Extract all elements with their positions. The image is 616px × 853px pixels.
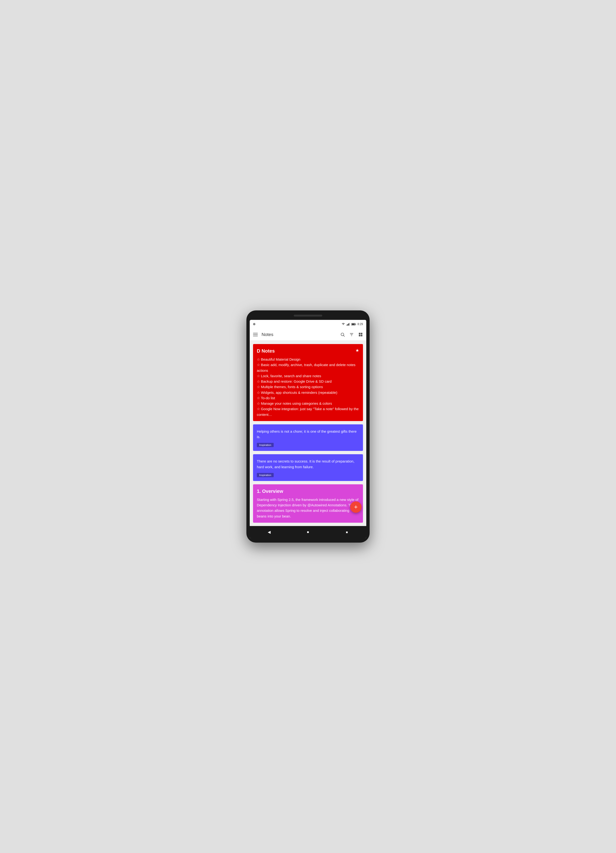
status-right: 8:29 bbox=[341, 322, 363, 326]
recents-button[interactable]: ■ bbox=[344, 530, 349, 535]
device-frame: 8:29 Notes bbox=[246, 310, 370, 543]
note-title: 1. Overview bbox=[257, 489, 359, 494]
note-card-inspiration1[interactable]: Helping others is not a chore; it is one… bbox=[253, 424, 363, 451]
svg-rect-15 bbox=[361, 335, 363, 336]
svg-rect-3 bbox=[349, 323, 350, 326]
note-card-inspiration2[interactable]: There are no secrets to success. It is t… bbox=[253, 454, 363, 481]
filter-button[interactable] bbox=[349, 332, 354, 337]
note-body: ☆ Beautiful Material Design ☆ Basic add,… bbox=[257, 357, 359, 417]
time-display: 8:29 bbox=[358, 322, 363, 326]
note-body: Starting with Spring 2.5, the framework … bbox=[257, 497, 359, 519]
app-toolbar: Notes bbox=[250, 328, 366, 341]
app-title: Notes bbox=[262, 332, 273, 337]
wifi-icon bbox=[341, 323, 345, 326]
status-left bbox=[253, 323, 255, 325]
battery-icon bbox=[351, 323, 356, 326]
signal-icon bbox=[347, 323, 350, 326]
note-tag: Inspiration bbox=[257, 473, 274, 477]
svg-rect-2 bbox=[349, 323, 349, 326]
grid-view-button[interactable] bbox=[358, 332, 363, 337]
back-button[interactable]: ◀ bbox=[267, 530, 272, 535]
note-title: D Notes bbox=[257, 348, 359, 354]
notes-list: D Notes ★ ☆ Beautiful Material Design ☆ … bbox=[250, 341, 366, 526]
svg-line-8 bbox=[344, 335, 345, 337]
menu-button[interactable] bbox=[253, 333, 258, 336]
svg-rect-6 bbox=[352, 323, 355, 325]
toolbar-actions bbox=[340, 332, 363, 337]
svg-rect-5 bbox=[355, 324, 356, 325]
home-button[interactable]: ● bbox=[305, 530, 311, 535]
search-button[interactable] bbox=[340, 332, 345, 337]
svg-rect-0 bbox=[347, 325, 347, 326]
note-body: Helping others is not a chore; it is one… bbox=[257, 429, 359, 440]
svg-rect-1 bbox=[347, 324, 348, 326]
toolbar-left: Notes bbox=[253, 332, 273, 337]
note-tag: Inspiration bbox=[257, 443, 274, 447]
note-body: There are no secrets to success. It is t… bbox=[257, 458, 359, 470]
fab-add-note[interactable]: + bbox=[350, 501, 361, 513]
status-bar: 8:29 bbox=[250, 320, 366, 328]
svg-rect-14 bbox=[359, 335, 361, 336]
bottom-navigation: ◀ ● ■ bbox=[250, 526, 366, 538]
svg-point-7 bbox=[341, 333, 344, 336]
camera-indicator bbox=[253, 323, 255, 325]
svg-rect-12 bbox=[359, 333, 361, 334]
device-speaker bbox=[294, 315, 322, 317]
note-card-overview[interactable]: 1. Overview Starting with Spring 2.5, th… bbox=[253, 484, 363, 523]
svg-rect-13 bbox=[361, 333, 363, 334]
star-icon: ★ bbox=[355, 348, 359, 353]
device-screen: 8:29 Notes bbox=[250, 320, 366, 538]
note-card-dnotes[interactable]: D Notes ★ ☆ Beautiful Material Design ☆ … bbox=[253, 344, 363, 421]
